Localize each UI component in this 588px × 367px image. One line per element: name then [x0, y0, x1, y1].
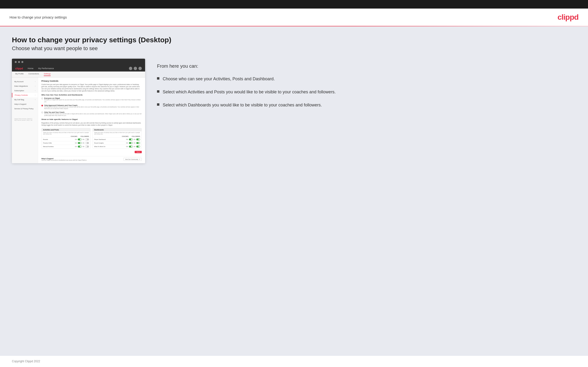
mockup-privacy-desc: Control how you and your data appears to… — [41, 83, 142, 92]
mockup-radio-everyone-btn — [41, 98, 43, 99]
mockup-dashboards-col-headers: COACHES FOLLOWERS — [93, 135, 141, 138]
mockup-toggle-rounds: Rounds ON ON — [42, 138, 90, 141]
info-list: Choose who can see your Activities, Post… — [157, 76, 576, 108]
toggle-manual-followers — [85, 146, 89, 148]
page-heading: How to change your privacy settings (Des… — [12, 36, 576, 44]
mockup-activities-section: Activities and Posts Select the types of… — [41, 128, 91, 149]
bullet-2 — [157, 90, 159, 93]
mockup-sidebar-privacy-controls: Privacy Controls› — [12, 93, 38, 97]
mockup-nav-performance: My Performance — [38, 67, 54, 70]
toggle-insights-coaches — [129, 142, 133, 144]
toggle-rounds-followers — [85, 139, 89, 140]
mockup-radio-only-you: Only You and Your Coach Only you and the… — [41, 111, 142, 117]
mockup-search-icon — [129, 67, 132, 70]
info-list-item-2: Select which Activities and Posts you wo… — [157, 89, 576, 95]
mockup-body: My Account› Data Integrations› Subscript… — [12, 77, 145, 163]
from-here-label: From here you can: — [157, 63, 576, 69]
mockup-toggle-manual: Manual Activities ON ON — [42, 145, 90, 148]
toggle-player-followers — [136, 139, 140, 140]
mockup-help-title: Help & Support — [41, 158, 87, 159]
info-column: From here you can: Choose who can see yo… — [157, 59, 576, 108]
info-text-3: Select which Dashboards you would like t… — [163, 102, 322, 108]
mockup-privacy-title: Privacy Controls — [41, 80, 142, 82]
mockup-dot-2 — [18, 61, 20, 63]
mockup-sidebar-version: Clippd Client Version: 2022.8.2SQL Serve… — [12, 116, 38, 123]
header-title: How to change your privacy settings — [9, 15, 67, 19]
info-text-2: Select which Activities and Posts you wo… — [163, 89, 336, 95]
mockup-dashboards-header: Dashboards — [93, 128, 141, 131]
mockup-subnav-profile: My Profile — [15, 73, 24, 76]
mockup-sidebar-help: Help & Support — [12, 102, 38, 106]
mockup-logo: clippd — [15, 67, 23, 70]
mockup-radio-everyone: Everyone on Clippd Everyone on Clippd ca… — [41, 97, 142, 102]
mockup-nav: clippd Home My Performance — [12, 65, 145, 72]
mockup-subnav-connections: Connections — [28, 73, 39, 76]
mockup-toggle-player-dashboard: Player Dashboard ON ON — [93, 138, 141, 141]
mockup-toggle-what-to-work: What To Work On ON ON — [93, 145, 141, 148]
mockup-help-section: Help & Support Visit our Clippd communit… — [41, 156, 142, 161]
page-subheading: Choose what you want people to see — [12, 45, 576, 51]
mockup-dot-1 — [15, 61, 17, 63]
mockup-save-row: Save — [41, 150, 142, 154]
info-list-item-3: Select which Dashboards you would like t… — [157, 102, 576, 108]
screenshot-mockup: clippd Home My Performance My Profile Co… — [12, 59, 145, 163]
mockup-show-hide-desc: Regardless of the privacy controls that … — [41, 122, 142, 126]
mockup-dashboards-section: Dashboards Select the types of activity … — [93, 128, 142, 149]
mockup-radio-followers-btn — [41, 105, 43, 106]
mockup-topbar — [12, 59, 145, 65]
logo: clippd — [558, 13, 579, 22]
footer: Copyright Clippd 2022 — [0, 356, 588, 367]
toggle-manual-coaches — [78, 146, 82, 148]
mockup-subnav-settings: Settings — [44, 73, 51, 76]
mockup-who-can-see-title: Who Can See Your Activities and Dashboar… — [41, 94, 142, 96]
mockup-help-button[interactable]: Visit Our Community ↗ — [123, 158, 142, 161]
mockup-save-button[interactable]: Save — [135, 151, 142, 153]
bullet-1 — [157, 77, 159, 80]
mockup-help-desc: Visit our Clippd community to troublesho… — [41, 159, 87, 161]
top-bar — [0, 0, 588, 8]
mockup-sidebar: My Account› Data Integrations› Subscript… — [12, 77, 38, 163]
mockup-sidebar-subscription: Subscription› — [12, 88, 38, 93]
toggle-rounds-coaches — [78, 139, 82, 140]
copyright: Copyright Clippd 2022 — [12, 360, 40, 363]
bullet-3 — [157, 103, 159, 106]
mockup-bell-icon — [134, 67, 137, 70]
toggle-player-coaches — [129, 139, 133, 140]
content-row: clippd Home My Performance My Profile Co… — [12, 59, 576, 163]
mockup-toggle-round-insights: Round Insights ON ON — [93, 141, 141, 145]
header: How to change your privacy settings clip… — [0, 8, 588, 26]
mockup-sidebar-service: Service & Privacy Policy — [12, 106, 38, 111]
mockup-activities-header: Activities and Posts — [42, 128, 90, 131]
mockup-activities-col-headers: COACHES FOLLOWERS — [42, 135, 90, 138]
main-content: How to change your privacy settings (Des… — [0, 26, 588, 356]
info-list-item-1: Choose who can see your Activities, Post… — [157, 76, 576, 82]
mockup-sidebar-my-account: My Account› — [12, 79, 38, 84]
mockup-main-panel: Privacy Controls Control how you and you… — [38, 77, 145, 163]
mockup-activities-desc: Select the types of activity that you'd … — [42, 131, 90, 135]
mockup-radio-followers: Only Approved Followers and Your Coach O… — [41, 105, 142, 109]
mockup-toggles-row: Activities and Posts Select the types of… — [41, 128, 142, 149]
info-text-1: Choose who can see your Activities, Post… — [163, 76, 275, 82]
mockup-sidebar-golf-bag: My Golf Bag› — [12, 97, 38, 102]
mockup-subnav: My Profile Connections Settings — [12, 72, 145, 77]
mockup-toggle-practice: Practice Drills ON ON — [42, 141, 90, 145]
mockup-radio-only-you-btn — [41, 112, 43, 113]
toggle-practice-followers — [85, 142, 89, 144]
mockup-show-hide-title: Show or hide specific features in Clippd — [41, 118, 142, 120]
mockup-sidebar-data-integrations: Data Integrations› — [12, 84, 38, 88]
mockup-dashboards-desc: Select the types of activity that you'd … — [93, 131, 141, 135]
toggle-work-followers — [136, 146, 140, 148]
mockup-dot-3 — [21, 61, 23, 63]
mockup-avatar-icon — [138, 67, 142, 70]
mockup-nav-home: Home — [28, 67, 33, 70]
toggle-insights-followers — [136, 142, 140, 144]
toggle-work-coaches — [129, 146, 133, 148]
mockup-nav-icons — [129, 67, 142, 70]
toggle-practice-coaches — [78, 142, 82, 144]
